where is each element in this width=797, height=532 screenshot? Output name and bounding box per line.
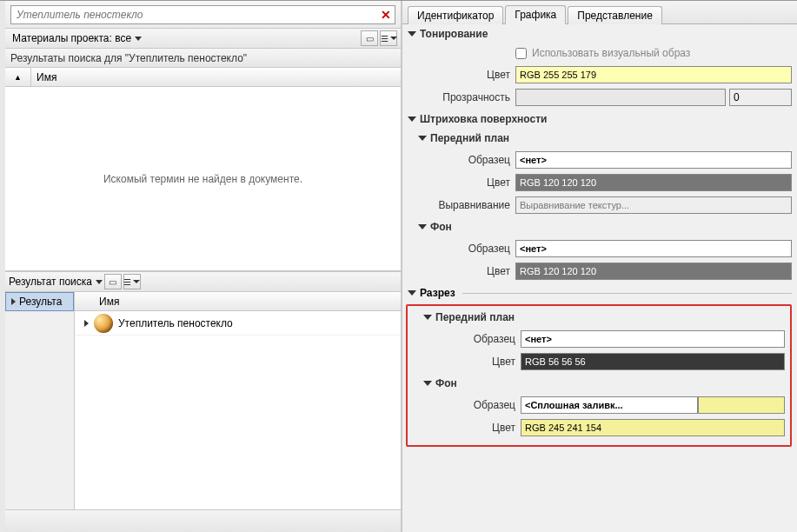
section-background[interactable]: Фон: [402, 217, 797, 236]
search-box[interactable]: ✕: [10, 5, 395, 24]
left-panel: ✕ Материалы проекта: все ▭ ☰ Результаты …: [0, 1, 402, 532]
label-color: Цвет: [408, 356, 521, 368]
empty-results-area: Искомый термин не найден в документе.: [5, 87, 401, 271]
collapse-icon: [418, 224, 427, 229]
tab-presentation[interactable]: Представление: [568, 6, 662, 24]
left-footer: [5, 509, 401, 532]
bottom-results: Результа Имя Утеплитель пеностекло: [5, 292, 401, 509]
use-visual-image-label: Использовать визуальный образ: [532, 47, 690, 59]
cut-bg-pattern[interactable]: <Сплошная заливк...: [521, 396, 698, 414]
collapse-icon: [423, 381, 432, 386]
material-name: Утеплитель пеностекло: [118, 317, 233, 329]
chevron-down-icon: [96, 280, 103, 284]
col-name[interactable]: Имя: [31, 71, 401, 83]
results-for-strip: Результаты поиска для "Утеплитель пеност…: [5, 49, 401, 68]
section-foreground[interactable]: Передний план: [402, 129, 797, 148]
cut-fg-color[interactable]: RGB 56 56 56: [521, 353, 785, 370]
filter-label: Материалы проекта: все: [12, 32, 131, 44]
search-row: ✕: [5, 1, 401, 28]
label-color: Цвет: [408, 422, 521, 434]
surface-bg-pattern[interactable]: <нет>: [515, 240, 792, 257]
cut-bg-color[interactable]: RGB 245 241 154: [521, 419, 785, 436]
cut-foreground[interactable]: Передний план: [408, 308, 790, 327]
label-pattern: Образец: [408, 333, 521, 345]
label-color: Цвет: [402, 69, 515, 81]
chevron-down-icon: [135, 37, 142, 41]
collapse-icon: [423, 315, 432, 320]
use-visual-image-row: Использовать визуальный образ: [402, 43, 792, 63]
cut-bg-pattern-swatch[interactable]: [698, 396, 785, 414]
project-materials-filter[interactable]: Материалы проекта: все ▭ ☰: [5, 28, 401, 49]
surface-fg-align[interactable]: Выравнивание текстур...: [515, 196, 792, 214]
surface-fg-pattern[interactable]: <нет>: [515, 151, 792, 169]
label-align: Выравнивание: [402, 199, 515, 211]
search-result-header[interactable]: Результат поиска ▭ ☰: [5, 271, 401, 292]
results-vertical-tabs: Результа: [5, 292, 75, 509]
tab-results[interactable]: Результа: [5, 292, 74, 311]
view-mode-grid-button-2[interactable]: ▭: [104, 274, 122, 289]
section-surface-hatch[interactable]: Штриховка поверхности: [402, 110, 797, 129]
material-sphere-icon: [94, 314, 113, 333]
tint-color-field[interactable]: RGB 255 255 179: [515, 66, 792, 83]
graphics-body: Тонирование Использовать визуальный обра…: [402, 23, 797, 532]
surface-fg-color[interactable]: RGB 120 120 120: [515, 174, 792, 191]
cut-fg-pattern[interactable]: <нет>: [521, 330, 785, 348]
section-cut[interactable]: Разрез: [402, 283, 797, 303]
collapse-icon: [408, 290, 416, 296]
collapse-icon: [418, 136, 427, 141]
transparency-value[interactable]: 0: [729, 89, 792, 106]
tab-graphics[interactable]: Графика: [505, 5, 566, 24]
results-column-header: ▲ Имя: [5, 68, 401, 87]
clear-search-icon[interactable]: ✕: [377, 8, 395, 22]
collapse-icon: [408, 116, 416, 122]
cut-highlight-frame: Передний план Образец <нет> Цвет RGB 56 …: [406, 304, 792, 447]
tab-identifier[interactable]: Идентификатор: [408, 6, 503, 24]
chevron-right-icon: [11, 298, 16, 305]
label-pattern: Образец: [402, 154, 515, 166]
label-transparency: Прозрачность: [402, 91, 515, 103]
label-color: Цвет: [402, 176, 515, 189]
not-found-text: Искомый термин не найден в документе.: [103, 173, 302, 185]
surface-bg-color[interactable]: RGB 120 120 120: [515, 263, 792, 280]
section-tint[interactable]: Тонирование: [402, 24, 797, 43]
right-tabs: Идентификатор Графика Представление: [402, 1, 797, 23]
use-visual-image-checkbox[interactable]: [515, 48, 527, 59]
transparency-slider[interactable]: [515, 89, 726, 106]
found-list: Имя Утеплитель пеностекло: [75, 292, 401, 509]
right-panel: Идентификатор Графика Представление Тони…: [402, 1, 797, 532]
label-pattern: Образец: [402, 243, 515, 255]
label-color: Цвет: [402, 265, 515, 277]
view-mode-list-button[interactable]: ☰: [380, 30, 397, 46]
list-item[interactable]: Утеплитель пеностекло: [75, 311, 401, 336]
chevron-right-icon: [84, 320, 89, 327]
col-name-2[interactable]: Имя: [96, 296, 401, 308]
search-input[interactable]: [11, 9, 377, 21]
label-pattern: Образец: [408, 399, 521, 411]
view-mode-grid-button[interactable]: ▭: [361, 30, 378, 46]
collapse-icon: [408, 31, 416, 37]
view-mode-list-button-2[interactable]: ☰: [123, 274, 141, 289]
cut-background[interactable]: Фон: [408, 374, 790, 393]
